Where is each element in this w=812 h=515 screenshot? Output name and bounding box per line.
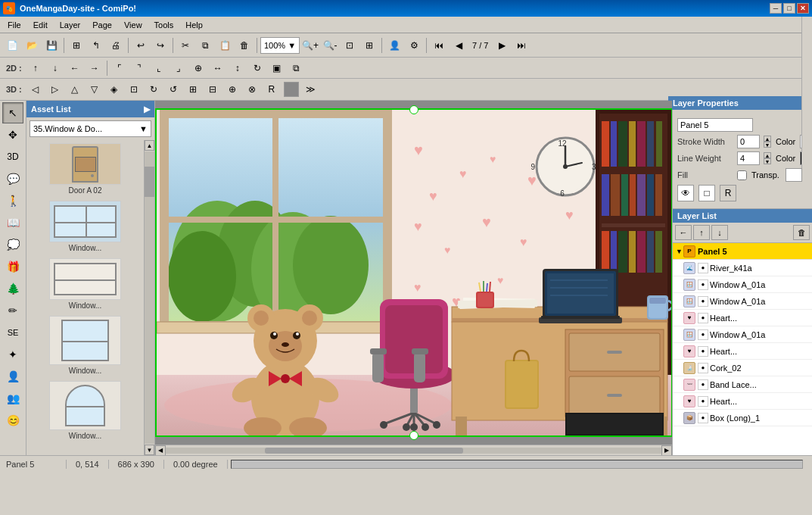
- layer-item-window3[interactable]: 🪟 ● Window A_01a: [673, 326, 812, 343]
- 2d-layer-btn[interactable]: ⧉: [288, 59, 306, 77]
- layer-eye-boxlong[interactable]: ●: [698, 413, 708, 423]
- cut-button[interactable]: ✂: [176, 36, 194, 55]
- tool-drop[interactable]: SE: [2, 322, 23, 343]
- 3d-btn8[interactable]: ↺: [164, 80, 182, 98]
- 3d-btn2[interactable]: ▷: [46, 80, 64, 98]
- zoom-in-button[interactable]: 🔍+: [301, 36, 319, 55]
- menu-help[interactable]: Help: [179, 19, 209, 31]
- zoom-dropdown-icon[interactable]: ▼: [288, 41, 296, 50]
- 3d-btn5[interactable]: ◈: [105, 80, 123, 98]
- lw-down-arrow[interactable]: ▼: [764, 158, 771, 164]
- list-item[interactable]: Window...: [30, 201, 141, 252]
- tool-user1[interactable]: 👤: [2, 366, 23, 387]
- fill-color-swatch[interactable]: [786, 168, 802, 182]
- 2d-left-btn[interactable]: ←: [66, 59, 84, 77]
- layer-item-cork[interactable]: 🍶 ● Cork_02: [673, 360, 812, 376]
- tool-face[interactable]: 😊: [2, 410, 23, 431]
- 2d-right-btn[interactable]: →: [86, 59, 104, 77]
- 3d-btn13[interactable]: R: [263, 80, 281, 98]
- zoom-fit-button[interactable]: ⊡: [341, 36, 359, 55]
- 3d-btn7[interactable]: ↻: [145, 80, 163, 98]
- hscroll-left-arrow[interactable]: ◀: [155, 445, 166, 456]
- layer-eye-heart2[interactable]: ●: [698, 346, 708, 357]
- menu-file[interactable]: File: [2, 19, 27, 31]
- zoom-actual-button[interactable]: ⊞: [360, 36, 378, 55]
- zoom-out-button[interactable]: 🔍-: [321, 36, 339, 55]
- layer-eye-cork[interactable]: ●: [698, 363, 708, 373]
- line-weight-input[interactable]: [737, 151, 760, 165]
- layer-eye-heart3[interactable]: ●: [698, 396, 708, 407]
- layer-extra-icon[interactable]: R: [720, 185, 736, 201]
- tool-rotate[interactable]: 3D: [2, 146, 23, 167]
- right-vscrollbar[interactable]: [801, 17, 812, 168]
- zoom-control[interactable]: 100% ▼: [260, 37, 300, 54]
- tool-user2[interactable]: 👥: [2, 388, 23, 409]
- layer-item-window2[interactable]: 🪟 ● Window A_01a: [673, 293, 812, 310]
- 3d-btn12[interactable]: ⊗: [243, 80, 261, 98]
- open-button[interactable]: 📂: [23, 36, 41, 55]
- menu-edit[interactable]: Edit: [27, 19, 54, 31]
- handle-top[interactable]: [409, 105, 418, 114]
- layer-lock-icon[interactable]: □: [698, 185, 715, 201]
- layer-eye-window2[interactable]: ●: [698, 296, 708, 307]
- redo-button[interactable]: ↪: [151, 36, 170, 55]
- 2d-rot-btn[interactable]: ↻: [248, 59, 266, 77]
- next-page-button[interactable]: ▶: [493, 36, 511, 55]
- asset-dropdown[interactable]: 35.Window & Do... ▼: [30, 120, 151, 137]
- delete-button[interactable]: 🗑: [235, 36, 254, 55]
- menu-view[interactable]: View: [118, 19, 148, 31]
- tool-move[interactable]: ✥: [2, 124, 23, 145]
- asset-scroll-down[interactable]: ▼: [145, 445, 154, 455]
- ll-back-btn[interactable]: ←: [675, 225, 692, 240]
- ll-down-btn[interactable]: ↓: [711, 225, 728, 240]
- 2d-center-btn[interactable]: ⊕: [189, 59, 207, 77]
- visibility-eye-icon[interactable]: 👁: [677, 185, 694, 201]
- tool-effect[interactable]: ✦: [2, 344, 23, 365]
- layer-item-river[interactable]: 🌊 ● River_k41a: [673, 260, 812, 276]
- layer-item-heart3[interactable]: ♥ ● Heart...: [673, 393, 812, 410]
- transp-checkbox[interactable]: [737, 170, 747, 180]
- 3d-btn10[interactable]: ⊟: [204, 80, 222, 98]
- maximize-button[interactable]: □: [783, 3, 795, 14]
- layer-item-panel5[interactable]: ▼ P Panel 5: [673, 243, 812, 260]
- layer-eye-window3[interactable]: ●: [698, 329, 708, 340]
- 3d-btn9[interactable]: ⊞: [184, 80, 202, 98]
- save-button[interactable]: 💾: [42, 36, 61, 55]
- layer-item-heart2[interactable]: ♥ ● Heart...: [673, 343, 812, 360]
- 3d-btn3[interactable]: △: [66, 80, 84, 98]
- layer-eye-heart1[interactable]: ●: [698, 313, 708, 323]
- new-button[interactable]: 📄: [3, 36, 21, 55]
- 2d-up-btn[interactable]: ↑: [26, 59, 45, 77]
- tool-speech[interactable]: 💭: [2, 234, 23, 255]
- list-item[interactable]: Door A 02: [30, 143, 141, 195]
- minimize-button[interactable]: ─: [770, 3, 782, 14]
- layer-eye-bandlace[interactable]: ●: [698, 379, 708, 390]
- close-button[interactable]: ✕: [797, 3, 809, 14]
- layer-eye-river[interactable]: ●: [698, 263, 708, 273]
- tb-btn3[interactable]: 🖨: [107, 36, 125, 55]
- 3d-btn11[interactable]: ⊕: [223, 80, 241, 98]
- list-item[interactable]: Window...: [30, 316, 141, 375]
- stroke-width-input[interactable]: [737, 135, 760, 148]
- tool-balloon[interactable]: 💬: [2, 168, 23, 189]
- 3d-btn4[interactable]: ▽: [86, 80, 104, 98]
- prev-page-button[interactable]: ◀: [450, 36, 468, 55]
- sw-down-arrow[interactable]: ▼: [764, 142, 771, 148]
- 2d-tr-btn[interactable]: ⌝: [130, 59, 148, 77]
- hscroll-right-arrow[interactable]: ▶: [661, 445, 672, 456]
- stroke-width-spinner[interactable]: ▲ ▼: [764, 136, 771, 148]
- 2d-down-btn[interactable]: ↓: [46, 59, 64, 77]
- handle-bottom[interactable]: [409, 431, 418, 440]
- menu-tools[interactable]: Tools: [148, 19, 180, 31]
- layer-item-bandlace[interactable]: 〰 ● Band Lace...: [673, 376, 812, 393]
- tool-object[interactable]: 🎁: [2, 256, 23, 277]
- 3d-btn14[interactable]: ≫: [302, 80, 320, 98]
- canvas-panel[interactable]: ♥ ♥ ♥ ♥ ♥ ♥ ♥ ♥ ♥ ♥ ♥ ♥ ♥ ♥ ♥: [157, 110, 671, 435]
- panel-name-input[interactable]: [677, 118, 753, 132]
- 2d-bl-btn[interactable]: ⌞: [150, 59, 168, 77]
- list-item[interactable]: Window...: [30, 258, 141, 310]
- hscroll-thumb[interactable]: [265, 448, 463, 454]
- lw-spinner[interactable]: ▲ ▼: [764, 152, 771, 164]
- 2d-flip-h-btn[interactable]: ↔: [209, 59, 227, 77]
- lw-up-arrow[interactable]: ▲: [764, 152, 771, 158]
